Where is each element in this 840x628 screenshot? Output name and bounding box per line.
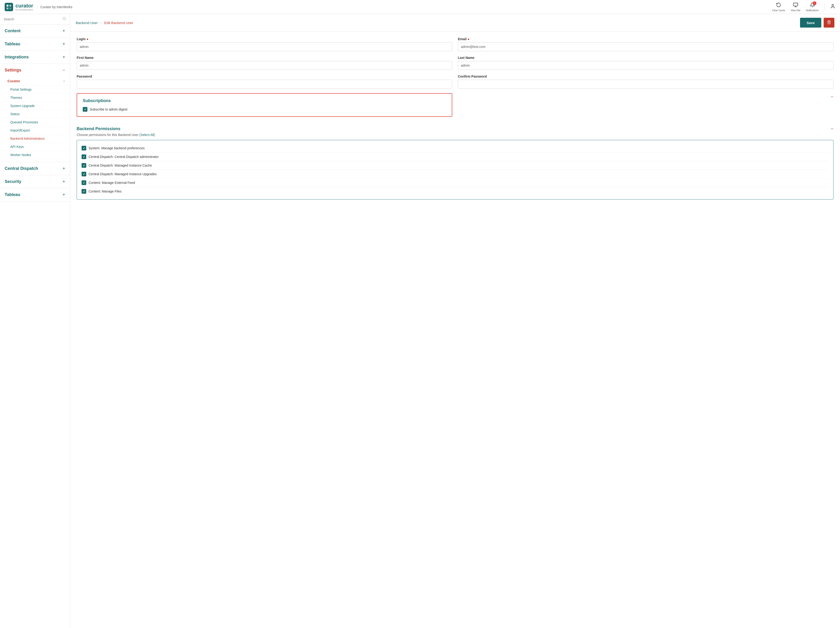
permissions-header: Backend Permissions − bbox=[77, 126, 834, 131]
subscriptions-header: Subscriptions bbox=[83, 98, 446, 103]
perm-manage-files-checkbox[interactable] bbox=[82, 189, 86, 194]
form-row-passwords: Password Confirm Password bbox=[77, 74, 834, 88]
password-label: Password bbox=[77, 74, 452, 78]
sidebar-item-api-keys[interactable]: API Keys bbox=[0, 143, 70, 151]
login-input[interactable] bbox=[77, 42, 452, 51]
svg-line-9 bbox=[65, 19, 66, 20]
login-label: Login ● bbox=[77, 37, 452, 41]
nav-integrations-header[interactable]: Integrations + bbox=[0, 51, 70, 63]
confirm-password-input[interactable] bbox=[458, 80, 834, 88]
nav-content-icon: + bbox=[62, 28, 65, 34]
select-all-link[interactable]: Select All bbox=[141, 133, 154, 137]
perm-central-dispatch-admin-label: Central Dispatch: Central Dispatch admin… bbox=[88, 155, 159, 159]
nav-tableau-header[interactable]: Tableau + bbox=[0, 38, 70, 50]
confirm-password-label: Confirm Password bbox=[458, 74, 834, 78]
nav-section-tableau-bottom: Tableau + bbox=[0, 188, 70, 201]
nav-security-header[interactable]: Security + bbox=[0, 175, 70, 188]
sidebar-item-themes[interactable]: Themes bbox=[0, 94, 70, 102]
svg-rect-4 bbox=[794, 3, 798, 6]
nav-settings-header[interactable]: Settings − bbox=[0, 64, 70, 77]
permissions-title: Backend Permissions bbox=[77, 126, 120, 131]
nav-central-dispatch-label: Central Dispatch bbox=[5, 166, 38, 171]
user-menu-button[interactable] bbox=[830, 4, 835, 10]
sidebar-item-import-export[interactable]: Import/Export bbox=[0, 126, 70, 134]
logo-area: curator BY INTERWORKS Curator by InterWo… bbox=[5, 3, 72, 11]
nav-content-label: Content bbox=[5, 28, 21, 33]
clear-cache-button[interactable]: Clear Cache bbox=[772, 2, 785, 12]
permissions-collapse-icon[interactable]: − bbox=[831, 126, 834, 131]
subscriptions-row: Subscriptions Subscribe to admin digest … bbox=[77, 93, 834, 121]
permission-manage-files: Content: Manage Files bbox=[82, 187, 829, 196]
view-site-label: View Site bbox=[791, 9, 801, 12]
svg-rect-3 bbox=[9, 8, 11, 9]
logo-text: curator bbox=[16, 3, 33, 9]
subscriptions-box: Subscriptions Subscribe to admin digest bbox=[77, 93, 452, 117]
perm-manage-external-feed-checkbox[interactable] bbox=[82, 180, 86, 185]
form-group-login: Login ● bbox=[77, 37, 452, 51]
view-site-button[interactable]: View Site bbox=[791, 2, 801, 12]
svg-rect-2 bbox=[6, 8, 8, 9]
notification-badge: 2 bbox=[813, 2, 816, 5]
nav-tableau-bottom-header[interactable]: Tableau + bbox=[0, 188, 70, 201]
nav-section-settings: Settings − Curator − Portal Settings The… bbox=[0, 64, 70, 162]
perm-manage-external-feed-label: Content: Manage External Feed bbox=[88, 181, 135, 185]
admin-digest-checkbox[interactable] bbox=[83, 107, 87, 112]
sidebar-item-worker-nodes[interactable]: Worker Nodes bbox=[0, 151, 70, 159]
permissions-description: Choose permissions for this Backend User… bbox=[77, 133, 834, 137]
nav-content-header[interactable]: Content + bbox=[0, 25, 70, 37]
sidebar-item-system-upgrade[interactable]: System Upgrade bbox=[0, 102, 70, 110]
subscriptions-title: Subscriptions bbox=[83, 98, 111, 103]
sidebar-item-status[interactable]: Status bbox=[0, 110, 70, 118]
curator-sub: Portal Settings Themes System Upgrade St… bbox=[0, 85, 70, 160]
perm-managed-instance-upgrades-label: Central Dispatch: Managed Instance Upgra… bbox=[88, 172, 156, 176]
perm-central-dispatch-admin-checkbox[interactable] bbox=[82, 155, 86, 159]
breadcrumb-current: Edit Backend User bbox=[104, 21, 133, 25]
form-row-login-email: Login ● Email ● bbox=[77, 37, 834, 51]
search-area bbox=[0, 14, 70, 25]
nav-integrations-icon: + bbox=[62, 54, 65, 60]
save-button[interactable]: Save bbox=[800, 18, 821, 28]
notifications-button[interactable]: 2 Notifications bbox=[806, 2, 819, 12]
password-input[interactable] bbox=[77, 80, 452, 88]
email-input[interactable] bbox=[458, 42, 834, 51]
form-group-first-name: First Name bbox=[77, 56, 452, 70]
breadcrumb-parent[interactable]: Backend User bbox=[76, 21, 98, 25]
subscriptions-collapse-area: − bbox=[458, 93, 834, 121]
svg-rect-0 bbox=[6, 5, 8, 6]
nav-section-central-dispatch: Central Dispatch + bbox=[0, 162, 70, 175]
logo-wordmark: curator BY INTERWORKS bbox=[16, 3, 33, 11]
nav-tableau-bottom-label: Tableau bbox=[5, 192, 21, 197]
first-name-input[interactable] bbox=[77, 61, 452, 70]
search-input[interactable] bbox=[4, 17, 60, 21]
sidebar-item-portal-settings[interactable]: Portal Settings bbox=[0, 85, 70, 94]
nav-security-icon: + bbox=[62, 179, 65, 184]
delete-button[interactable] bbox=[824, 18, 834, 28]
svg-rect-1 bbox=[9, 5, 11, 6]
nav-integrations-label: Integrations bbox=[5, 55, 29, 60]
first-name-label: First Name bbox=[77, 56, 452, 60]
login-required: ● bbox=[87, 37, 88, 41]
search-icon bbox=[62, 17, 66, 22]
nav-settings-icon: − bbox=[62, 68, 65, 73]
clear-cache-icon bbox=[776, 2, 781, 9]
perm-managed-instance-upgrades-checkbox[interactable] bbox=[82, 172, 86, 177]
curator-collapse: − bbox=[63, 79, 65, 83]
sidebar-item-backend-administrators[interactable]: Backend Administrators bbox=[0, 134, 70, 143]
nav-section-tableau-top: Tableau + bbox=[0, 38, 70, 51]
permission-central-dispatch-admin: Central Dispatch: Central Dispatch admin… bbox=[82, 153, 829, 161]
nav-tableau-bottom-icon: + bbox=[62, 192, 65, 197]
perm-manage-backend-checkbox[interactable] bbox=[82, 146, 86, 150]
permission-managed-instance-upgrades: Central Dispatch: Managed Instance Upgra… bbox=[82, 170, 829, 178]
form-group-last-name: Last Name bbox=[458, 56, 834, 70]
sidebar-item-queued-processes[interactable]: Queued Processes bbox=[0, 118, 70, 126]
sidebar-item-curator[interactable]: Curator − bbox=[0, 77, 70, 85]
nav-section-integrations: Integrations + bbox=[0, 51, 70, 64]
subscriptions-collapse-icon[interactable]: − bbox=[831, 94, 834, 99]
last-name-input[interactable] bbox=[458, 61, 834, 70]
breadcrumb-actions: Save bbox=[800, 18, 834, 28]
nav-central-dispatch-header[interactable]: Central Dispatch + bbox=[0, 162, 70, 175]
perm-managed-instance-cache-checkbox[interactable] bbox=[82, 163, 86, 168]
backend-permissions-section: Backend Permissions − Choose permissions… bbox=[77, 126, 834, 199]
nav-settings-label: Settings bbox=[5, 68, 21, 73]
admin-digest-label: Subscribe to admin digest bbox=[90, 107, 127, 111]
